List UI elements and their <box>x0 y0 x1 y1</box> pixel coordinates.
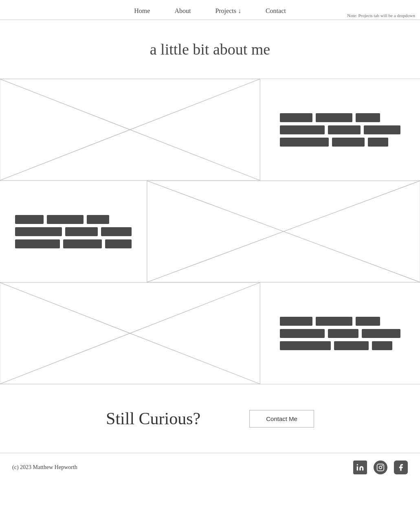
text-bar <box>316 317 352 326</box>
text-bar <box>280 329 325 338</box>
text-bar <box>362 329 400 338</box>
text-bar <box>368 138 388 147</box>
text-block-2 <box>0 181 147 282</box>
text-row <box>280 317 400 326</box>
text-bar <box>15 227 62 236</box>
text-bar <box>101 227 132 236</box>
nav-home[interactable]: Home <box>134 7 150 15</box>
contact-me-button[interactable]: Contact Me <box>249 410 314 428</box>
text-row <box>15 239 132 248</box>
cta-title: Still Curious? <box>106 409 200 428</box>
text-row <box>15 215 132 224</box>
social-icons <box>353 461 408 474</box>
text-lines-1 <box>280 113 400 147</box>
text-bar <box>280 138 329 147</box>
text-bar <box>15 215 44 224</box>
copyright: (c) 2023 Matthew Hepworth <box>12 464 77 471</box>
svg-point-12 <box>382 465 383 466</box>
text-bar <box>105 239 132 248</box>
text-bar <box>334 341 369 350</box>
text-row <box>15 227 132 236</box>
content-section-2 <box>0 181 420 283</box>
text-bar <box>364 125 400 134</box>
hero-section: a little bit about me <box>0 20 420 79</box>
page-title: a little bit about me <box>8 40 412 58</box>
text-row <box>280 113 400 122</box>
text-row <box>280 329 400 338</box>
svg-point-11 <box>379 466 382 469</box>
facebook-icon[interactable] <box>394 461 408 474</box>
text-bar <box>280 125 325 134</box>
text-row <box>280 341 400 350</box>
nav-about[interactable]: About <box>174 7 191 15</box>
image-placeholder-3 <box>0 283 260 384</box>
text-bar <box>65 227 98 236</box>
svg-rect-10 <box>377 464 384 471</box>
content-section-1 <box>0 79 420 181</box>
text-bar <box>372 341 392 350</box>
text-bar <box>15 239 60 248</box>
image-placeholder-2 <box>147 181 420 282</box>
text-lines-3 <box>280 317 400 350</box>
text-bar <box>87 215 109 224</box>
text-block-1 <box>260 79 420 180</box>
text-bar <box>280 341 331 350</box>
cta-section: Still Curious? Contact Me <box>0 384 420 453</box>
text-bar <box>63 239 102 248</box>
nav-contact[interactable]: Contact <box>266 7 286 15</box>
text-bar <box>356 317 380 326</box>
text-block-3 <box>260 283 420 384</box>
nav-links: Home About Projects ↓ Contact <box>134 7 286 15</box>
text-bar <box>280 317 312 326</box>
instagram-icon[interactable] <box>374 461 387 474</box>
linkedin-icon[interactable] <box>353 461 367 474</box>
nav-note: Note: Projects tab will be a dropdown <box>347 13 415 18</box>
text-bar <box>280 113 312 122</box>
content-section-3 <box>0 283 420 384</box>
text-bar <box>47 215 84 224</box>
text-row <box>280 138 400 147</box>
text-bar <box>356 113 380 122</box>
text-row <box>280 125 400 134</box>
text-bar <box>328 125 361 134</box>
footer: (c) 2023 Matthew Hepworth <box>0 453 420 482</box>
navbar: Home About Projects ↓ Contact Note: Proj… <box>0 0 420 20</box>
image-placeholder-1 <box>0 79 260 180</box>
text-lines-2 <box>15 215 132 248</box>
nav-projects[interactable]: Projects ↓ <box>215 7 241 15</box>
text-bar <box>316 113 352 122</box>
text-bar <box>328 329 358 338</box>
text-bar <box>332 138 365 147</box>
svg-point-9 <box>357 464 358 465</box>
